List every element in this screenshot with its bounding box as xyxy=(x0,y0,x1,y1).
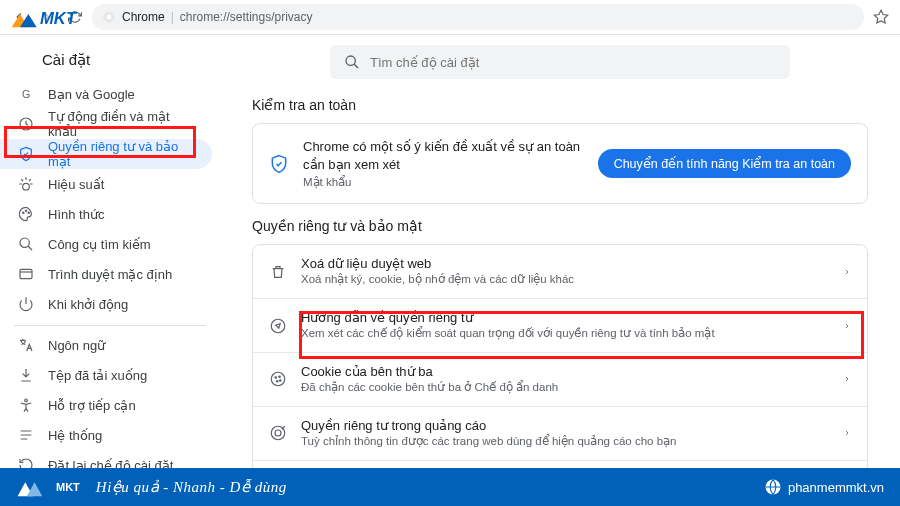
footer-site: phanmemmkt.vn xyxy=(764,478,884,496)
google-g-icon: G xyxy=(18,86,34,102)
footer-tagline: Hiệu quả - Nhanh - Dễ dùng xyxy=(96,478,287,496)
sidebar-item-performance[interactable]: Hiệu suất xyxy=(0,169,212,199)
svg-point-18 xyxy=(277,381,279,383)
safety-card-title: Chrome có một số ý kiến đề xuất về sự an… xyxy=(303,138,584,173)
sidebar-item-default-browser[interactable]: Trình duyệt mặc định xyxy=(0,259,212,289)
sidebar-item-on-startup[interactable]: Khi khởi động xyxy=(0,289,212,319)
speed-icon xyxy=(18,176,34,192)
cookie-icon xyxy=(269,370,287,388)
settings-sidebar: Cài đặt G Bạn và Google Tự động điền và … xyxy=(0,35,220,468)
clear-browsing-data-item[interactable]: Xoá dữ liệu duyệt web Xoá nhật ký, cooki… xyxy=(253,245,867,299)
section-heading-safety: Kiểm tra an toàn xyxy=(252,97,876,113)
sidebar-item-search-engine[interactable]: Công cụ tìm kiếm xyxy=(0,229,212,259)
safety-card-subtitle: Mật khẩu xyxy=(303,175,584,189)
go-to-safety-check-button[interactable]: Chuyển đến tính năng Kiểm tra an toàn xyxy=(598,149,851,178)
sidebar-item-autofill[interactable]: Tự động điền và mật khẩu xyxy=(0,109,212,139)
svg-point-9 xyxy=(20,238,29,247)
svg-point-15 xyxy=(271,373,285,387)
mkt-logo: MKT xyxy=(10,4,110,38)
sidebar-item-appearance[interactable]: Hình thức xyxy=(0,199,212,229)
shield-check-icon xyxy=(269,154,289,174)
download-icon xyxy=(18,367,34,383)
search-input[interactable] xyxy=(370,55,776,70)
ads-icon xyxy=(269,424,287,442)
bookmark-star-icon[interactable] xyxy=(870,6,892,28)
sidebar-item-languages[interactable]: Ngôn ngữ xyxy=(0,330,212,360)
footer-logo: MKT xyxy=(16,474,80,500)
chevron-right-icon xyxy=(843,373,851,385)
settings-search[interactable] xyxy=(330,45,790,79)
accessibility-icon xyxy=(18,397,34,413)
power-icon xyxy=(18,296,34,312)
svg-point-11 xyxy=(25,399,28,402)
svg-text:MKT: MKT xyxy=(40,9,78,28)
browser-toolbar: Chrome | chrome://settings/privacy xyxy=(0,0,900,35)
globe-icon xyxy=(764,478,782,496)
trash-icon xyxy=(269,263,287,281)
sidebar-item-privacy[interactable]: Quyền riêng tư và bảo mật xyxy=(0,139,212,169)
page-title: Cài đặt xyxy=(0,43,220,79)
svg-point-21 xyxy=(275,430,281,436)
svg-point-7 xyxy=(25,210,26,211)
privacy-list-card: Xoá dữ liệu duyệt web Xoá nhật ký, cooki… xyxy=(252,244,868,468)
svg-point-8 xyxy=(28,212,29,213)
svg-point-6 xyxy=(23,212,24,213)
autofill-icon xyxy=(18,116,34,132)
privacy-guide-item[interactable]: Hướng dẫn về quyền riêng tư Xem xét các … xyxy=(253,299,867,353)
address-bar[interactable]: Chrome | chrome://settings/privacy xyxy=(92,4,864,30)
sidebar-divider xyxy=(14,325,206,326)
chevron-right-icon xyxy=(843,266,851,278)
svg-rect-10 xyxy=(20,269,32,278)
third-party-cookies-item[interactable]: Cookie của bên thứ ba Đã chặn các cookie… xyxy=(253,353,867,407)
sidebar-item-system[interactable]: Hệ thống xyxy=(0,420,212,450)
compass-icon xyxy=(269,317,287,335)
svg-point-5 xyxy=(23,183,30,190)
sidebar-item-you-and-google[interactable]: G Bạn và Google xyxy=(0,79,212,109)
chevron-right-icon xyxy=(843,320,851,332)
browser-icon xyxy=(18,266,34,282)
svg-point-13 xyxy=(346,56,355,65)
section-heading-privacy: Quyền riêng tư và bảo mật xyxy=(252,218,876,234)
svg-point-17 xyxy=(279,376,281,378)
shield-icon xyxy=(18,146,34,162)
svg-point-19 xyxy=(280,380,282,382)
url-prefix: Chrome xyxy=(122,10,165,24)
svg-text:G: G xyxy=(22,88,30,100)
svg-point-16 xyxy=(275,377,277,379)
footer-banner: MKT Hiệu quả - Nhanh - Dễ dùng phanmemmk… xyxy=(0,468,900,506)
url-text: chrome://settings/privacy xyxy=(180,10,313,24)
language-icon xyxy=(18,337,34,353)
settings-content: Kiểm tra an toàn Chrome có một số ý kiến… xyxy=(220,35,900,468)
system-icon xyxy=(18,427,34,443)
chevron-right-icon xyxy=(843,427,851,439)
paint-icon xyxy=(18,206,34,222)
safety-check-card: Chrome có một số ý kiến đề xuất về sự an… xyxy=(252,123,868,204)
sidebar-item-downloads[interactable]: Tệp đã tải xuống xyxy=(0,360,212,390)
svg-point-14 xyxy=(271,319,285,333)
search-icon xyxy=(18,236,34,252)
search-icon xyxy=(344,54,360,70)
security-item[interactable]: Bảo mật Tính năng Duyệt web an toàn (bảo… xyxy=(253,461,867,468)
ad-privacy-item[interactable]: Quyền riêng tư trong quảng cáo Tuỳ chỉnh… xyxy=(253,407,867,461)
sidebar-item-accessibility[interactable]: Hỗ trợ tiếp cận xyxy=(0,390,212,420)
